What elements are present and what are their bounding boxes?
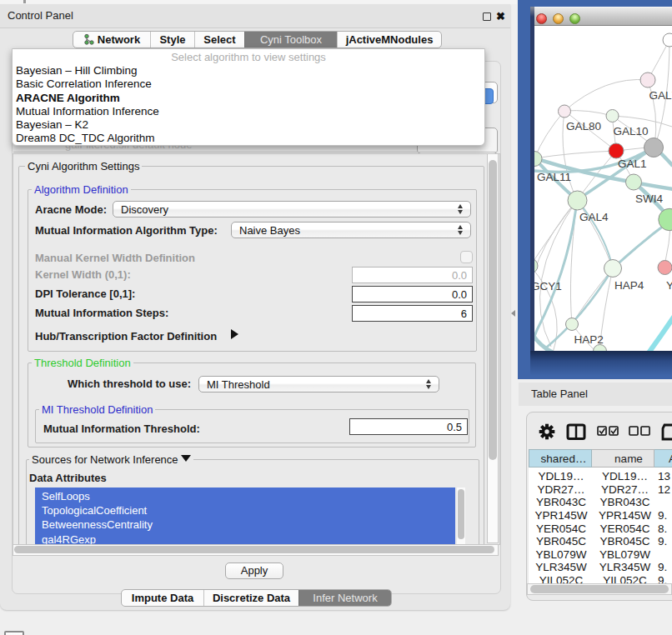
svg-text:SWI4: SWI4 [635,192,663,205]
svg-text:GAL11: GAL11 [537,171,571,183]
svg-text:GAL7: GAL7 [649,89,672,102]
svg-text:GAL1: GAL1 [618,158,647,170]
svg-text:GAL10: GAL10 [614,125,649,138]
svg-text:HAP4: HAP4 [614,279,644,292]
svg-text:HAP2: HAP2 [574,333,604,346]
svg-text:GAL4: GAL4 [579,211,609,223]
svg-text:GCY1: GCY1 [534,280,562,292]
svg-text:Y: Y [666,279,672,292]
svg-text:GAL80: GAL80 [566,120,601,132]
